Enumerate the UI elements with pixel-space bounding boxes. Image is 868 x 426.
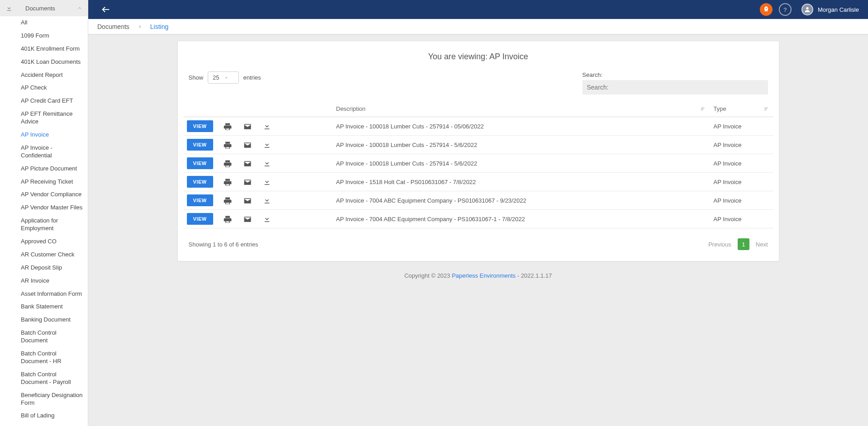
cell-actions: VIEW bbox=[183, 154, 333, 173]
viewing-title: You are viewing: AP Invoice bbox=[183, 52, 773, 62]
sort-icon bbox=[763, 106, 769, 112]
cell-description: AP Invoice - 100018 Lumber Cuts - 257914… bbox=[333, 154, 710, 173]
page-footer: Copyright © 2023 Paperless Environments … bbox=[93, 261, 863, 297]
pager-page-1[interactable]: 1 bbox=[738, 238, 749, 250]
sidebar-item[interactable]: Business License bbox=[0, 422, 88, 426]
sidebar-item[interactable]: AP Vendor Compliance bbox=[0, 188, 88, 201]
sidebar-item[interactable]: AP Check bbox=[0, 81, 88, 95]
download-icon[interactable] bbox=[263, 178, 271, 187]
sidebar-item[interactable]: AP EFT Remittance Advice bbox=[0, 108, 88, 128]
mail-icon[interactable] bbox=[243, 159, 252, 168]
table-row: VIEWAP Invoice - 100018 Lumber Cuts - 25… bbox=[183, 117, 773, 136]
pager: Previous 1 Next bbox=[708, 238, 768, 250]
view-button[interactable]: VIEW bbox=[187, 120, 213, 132]
search-input[interactable] bbox=[582, 80, 768, 95]
sidebar-item[interactable]: AP Credit Card EFT bbox=[0, 95, 88, 108]
page-size-select[interactable]: 25 bbox=[208, 71, 238, 84]
mail-icon[interactable] bbox=[243, 215, 252, 224]
main-column: ? Morgan Carlisle Documents Listing You … bbox=[88, 0, 868, 426]
footer-link[interactable]: Paperless Environments bbox=[452, 272, 515, 279]
breadcrumb-root[interactable]: Documents bbox=[97, 23, 129, 30]
search-block: Search: bbox=[582, 71, 768, 95]
sidebar-item[interactable]: 401K Loan Documents bbox=[0, 56, 88, 69]
sidebar-item[interactable]: Asset Information Form bbox=[0, 288, 88, 301]
sidebar-item[interactable]: Approved CO bbox=[0, 235, 88, 248]
pager-previous[interactable]: Previous bbox=[708, 241, 731, 248]
view-button[interactable]: VIEW bbox=[187, 157, 213, 169]
user-menu[interactable]: Morgan Carlisle bbox=[801, 4, 859, 15]
print-icon[interactable] bbox=[223, 141, 232, 150]
sidebar-item[interactable]: Bill of Lading bbox=[0, 409, 88, 422]
view-button[interactable]: VIEW bbox=[187, 176, 213, 188]
sidebar-item[interactable]: Bank Statement bbox=[0, 300, 88, 313]
cell-description: AP Invoice - 100018 Lumber Cuts - 257914… bbox=[333, 136, 710, 154]
download-icon[interactable] bbox=[263, 122, 271, 131]
cell-actions: VIEW bbox=[183, 191, 333, 210]
chevron-up-icon bbox=[77, 5, 82, 11]
cell-actions: VIEW bbox=[183, 117, 333, 136]
sidebar-item[interactable]: AP Receiving Ticket bbox=[0, 175, 88, 189]
sidebar-item[interactable]: Beneficiary Designation Form bbox=[0, 389, 88, 410]
footer-suffix: - 2022.1.1.17 bbox=[515, 272, 552, 279]
table-row: VIEWAP Invoice - 100018 Lumber Cuts - 25… bbox=[183, 136, 773, 154]
view-button[interactable]: VIEW bbox=[187, 194, 213, 206]
table-row: VIEWAP Invoice - 7004 ABC Equipment Comp… bbox=[183, 191, 773, 210]
sidebar-item[interactable]: AR Deposit Slip bbox=[0, 261, 88, 275]
print-icon[interactable] bbox=[223, 159, 232, 168]
pager-next[interactable]: Next bbox=[756, 241, 768, 248]
showing-info: Showing 1 to 6 of 6 entries bbox=[189, 241, 258, 248]
sidebar-item[interactable]: All bbox=[0, 16, 88, 29]
sidebar-item[interactable]: Application for Employment bbox=[0, 214, 88, 235]
rocket-icon[interactable] bbox=[760, 3, 773, 16]
sidebar-item[interactable]: AR Customer Check bbox=[0, 248, 88, 261]
print-icon[interactable] bbox=[223, 178, 232, 187]
sidebar-item[interactable]: Banking Document bbox=[0, 313, 88, 327]
mail-icon[interactable] bbox=[243, 141, 252, 150]
cell-type: AP Invoice bbox=[710, 117, 773, 136]
cell-type: AP Invoice bbox=[710, 154, 773, 173]
topbar: ? Morgan Carlisle bbox=[88, 0, 868, 19]
sidebar-section-title: Documents bbox=[25, 5, 55, 12]
column-type[interactable]: Type bbox=[710, 101, 773, 117]
help-icon[interactable]: ? bbox=[779, 3, 792, 16]
mail-icon[interactable] bbox=[243, 178, 252, 187]
search-label: Search: bbox=[582, 71, 768, 78]
sidebar-item[interactable]: AP Invoice - Confidential bbox=[0, 142, 88, 162]
download-icon[interactable] bbox=[263, 141, 271, 150]
documents-table: Description Type VIEWAP I bbox=[183, 101, 773, 228]
sidebar-item[interactable]: Batch Control Document - HR bbox=[0, 347, 88, 368]
breadcrumb-current[interactable]: Listing bbox=[150, 23, 168, 30]
sidebar-item[interactable]: Accident Report bbox=[0, 69, 88, 82]
content-area: You are viewing: AP Invoice Show 25 entr… bbox=[88, 34, 868, 426]
sidebar-item[interactable]: AR Invoice bbox=[0, 275, 88, 288]
avatar-icon bbox=[801, 4, 813, 15]
page-size-value: 25 bbox=[213, 74, 219, 81]
sidebar-item[interactable]: Batch Control Document - Payroll bbox=[0, 368, 88, 389]
column-description[interactable]: Description bbox=[333, 101, 710, 117]
mail-icon[interactable] bbox=[243, 196, 252, 205]
entries-label: entries bbox=[243, 74, 261, 81]
mail-icon[interactable] bbox=[243, 122, 252, 131]
breadcrumb: Documents Listing bbox=[88, 19, 868, 34]
view-button[interactable]: VIEW bbox=[187, 139, 213, 151]
table-row: VIEWAP Invoice - 1518 Holt Cat - PS01063… bbox=[183, 173, 773, 191]
download-icon[interactable] bbox=[263, 215, 271, 224]
print-icon[interactable] bbox=[223, 215, 232, 224]
sidebar-item[interactable]: 1099 Form bbox=[0, 29, 88, 43]
column-actions bbox=[183, 101, 333, 117]
download-icon[interactable] bbox=[263, 159, 271, 168]
sidebar-item[interactable]: Batch Control Document bbox=[0, 327, 88, 347]
footer-prefix: Copyright © 2023 bbox=[404, 272, 452, 279]
sidebar-item[interactable]: 401K Enrollment Form bbox=[0, 43, 88, 56]
sort-icon bbox=[700, 106, 706, 112]
sidebar-section-header[interactable]: Documents bbox=[0, 0, 88, 16]
sidebar-item[interactable]: AP Vendor Master Files bbox=[0, 201, 88, 214]
sidebar-item[interactable]: AP Invoice bbox=[0, 128, 88, 142]
view-button[interactable]: VIEW bbox=[187, 213, 213, 225]
print-icon[interactable] bbox=[223, 122, 232, 131]
download-icon[interactable] bbox=[263, 196, 271, 205]
sidebar-item[interactable]: AP Picture Document bbox=[0, 162, 88, 175]
print-icon[interactable] bbox=[223, 196, 232, 205]
back-button[interactable] bbox=[101, 5, 111, 14]
chevron-right-icon bbox=[138, 24, 142, 29]
